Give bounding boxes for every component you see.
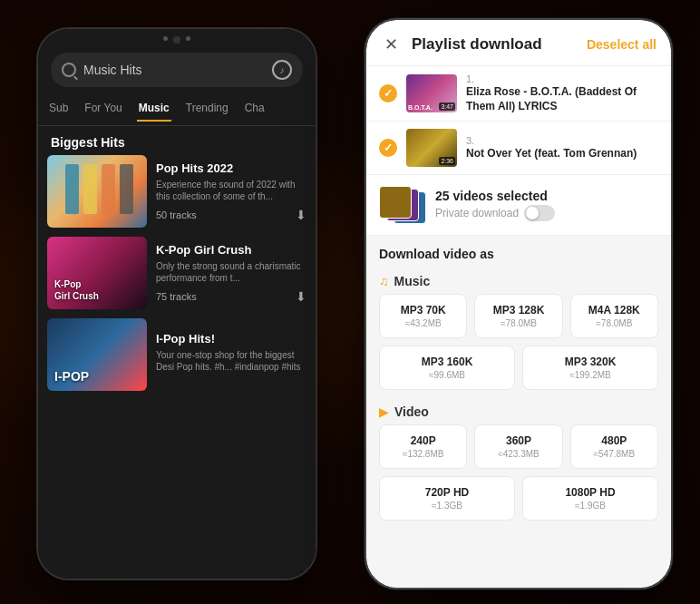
song-info-1: 1. Eliza Rose - B.O.T.A. (Baddest Of The… bbox=[466, 73, 658, 113]
pop-hits-thumbnail bbox=[47, 155, 147, 228]
card-title-ipop: I-Pop Hits! bbox=[156, 332, 306, 346]
card-desc-pop: Experience the sound of 2022 with this c… bbox=[156, 179, 306, 202]
dot-1 bbox=[163, 36, 168, 41]
search-input[interactable]: Music Hits bbox=[83, 63, 265, 77]
format-name-240p: 240P bbox=[385, 434, 461, 447]
scene: Music Hits ♪ Sub For You Music Trending … bbox=[0, 0, 700, 604]
card-desc-ipop: Your one-stop shop for the biggest Desi … bbox=[156, 349, 306, 373]
private-toggle-row: Private download bbox=[435, 205, 658, 221]
selected-thumbnails bbox=[379, 186, 426, 224]
selected-count: 25 videos selected bbox=[435, 189, 658, 203]
video-format-grid: 240P ≈132.8MB 360P ≈423.3MB 480P ≈547.8M… bbox=[366, 424, 671, 469]
format-name-480p: 480P bbox=[577, 434, 652, 447]
card-info-kpop: K-Pop Girl Crush Only the strong sound a… bbox=[156, 243, 306, 304]
format-name-m4a-128k: M4A 128K bbox=[577, 304, 652, 317]
selected-bar: 25 videos selected Private download bbox=[366, 175, 671, 236]
deselect-all-button[interactable]: Deselect all bbox=[587, 37, 656, 52]
song-name-1: Eliza Rose - B.O.T.A. (Baddest Of Them A… bbox=[466, 85, 658, 113]
private-label: Private download bbox=[435, 207, 519, 219]
format-360p[interactable]: 360P ≈423.3MB bbox=[474, 424, 562, 469]
format-mp3-160k[interactable]: MP3 160K ≈99.6MB bbox=[379, 346, 515, 390]
music-format-grid: MP3 70K ≈43.2MB MP3 128K ≈78.0MB M4A 128… bbox=[366, 294, 671, 338]
search-bar[interactable]: Music Hits ♪ bbox=[51, 53, 303, 87]
video-icon: ▶ bbox=[379, 404, 389, 419]
format-mp3-320k[interactable]: MP3 320K ≈199.2MB bbox=[522, 346, 658, 390]
thumb-stack-1 bbox=[379, 186, 412, 219]
format-mp3-70k[interactable]: MP3 70K ≈43.2MB bbox=[379, 294, 467, 338]
format-240p[interactable]: 240P ≈132.8MB bbox=[379, 424, 467, 469]
download-as-title: Download video as bbox=[366, 236, 671, 268]
format-name-mp3-70k: MP3 70K bbox=[385, 304, 461, 317]
tab-sub[interactable]: Sub bbox=[47, 96, 70, 122]
music-group-label: Music bbox=[394, 274, 431, 288]
format-name-mp3-320k: MP3 320K bbox=[529, 356, 652, 368]
format-name-720p: 720P HD bbox=[385, 486, 509, 499]
download-header: ✕ Playlist download Deselect all bbox=[366, 20, 671, 66]
download-icon-pop[interactable]: ⬇ bbox=[296, 208, 306, 222]
left-phone: Music Hits ♪ Sub For You Music Trending … bbox=[36, 27, 317, 580]
format-1080p[interactable]: 1080P HD ≈1.9GB bbox=[522, 476, 658, 521]
format-size-480p: ≈547.8MB bbox=[577, 449, 652, 459]
card-title-pop: Pop Hits 2022 bbox=[156, 161, 306, 175]
download-as-section: Download video as ♫ Music MP3 70K ≈43.2M… bbox=[366, 236, 671, 588]
download-icon-kpop[interactable]: ⬇ bbox=[296, 289, 306, 304]
section-title: Biggest Hits bbox=[38, 126, 316, 155]
song-name-2: Not Over Yet (feat. Tom Grennan) bbox=[466, 147, 658, 161]
private-toggle[interactable] bbox=[524, 205, 555, 221]
format-mp3-128k[interactable]: MP3 128K ≈78.0MB bbox=[474, 294, 562, 338]
right-phone: ✕ Playlist download Deselect all ✓ 3:47 … bbox=[365, 18, 673, 589]
song-info-2: 3. Not Over Yet (feat. Tom Grennan) bbox=[466, 135, 658, 161]
toggle-knob bbox=[526, 207, 539, 219]
song-checkbox-2[interactable]: ✓ bbox=[379, 139, 397, 157]
song-num-2: 3. bbox=[466, 135, 658, 146]
format-480p[interactable]: 480P ≈547.8MB bbox=[570, 424, 658, 469]
song-thumb-nov: 2:36 bbox=[406, 129, 457, 167]
song-checkbox-1[interactable]: ✓ bbox=[379, 84, 397, 102]
tab-cha[interactable]: Cha bbox=[243, 96, 267, 122]
song-time-1: 3:47 bbox=[439, 102, 455, 111]
song-time-2: 2:36 bbox=[439, 157, 455, 165]
card-title-kpop: K-Pop Girl Crush bbox=[156, 243, 306, 257]
card-ipop[interactable]: I-Pop Hits! Your one-stop shop for the b… bbox=[47, 318, 306, 391]
card-desc-kpop: Only the strong sound a charismatic perf… bbox=[156, 260, 306, 284]
card-pop-hits[interactable]: Pop Hits 2022 Experience the sound of 20… bbox=[47, 155, 306, 228]
kpop-thumbnail bbox=[47, 237, 147, 309]
video-format-grid-2: 720P HD ≈1.3GB 1080P HD ≈1.9GB bbox=[366, 476, 671, 521]
tab-for-you[interactable]: For You bbox=[83, 96, 123, 122]
format-size-mp3-70k: ≈43.2MB bbox=[385, 318, 461, 328]
tab-music[interactable]: Music bbox=[137, 96, 171, 122]
format-name-360p: 360P bbox=[481, 434, 556, 447]
format-size-360p: ≈423.3MB bbox=[481, 449, 556, 459]
song-item-2[interactable]: ✓ 2:36 3. Not Over Yet (feat. Tom Grenna… bbox=[366, 122, 671, 175]
music-note-icon: ♫ bbox=[379, 274, 389, 288]
format-m4a-128k[interactable]: M4A 128K ≈78.0MB bbox=[570, 294, 658, 338]
song-item-1[interactable]: ✓ 3:47 1. Eliza Rose - B.O.T.A. (Baddest… bbox=[366, 66, 671, 122]
ipop-thumbnail bbox=[47, 318, 147, 391]
video-group-label: Video bbox=[394, 404, 429, 419]
music-search-icon[interactable]: ♪ bbox=[272, 60, 292, 80]
format-size-1080p: ≈1.9GB bbox=[529, 501, 652, 511]
card-kpop[interactable]: K-Pop Girl Crush Only the strong sound a… bbox=[47, 237, 306, 309]
status-bar bbox=[38, 29, 316, 47]
format-720p[interactable]: 720P HD ≈1.3GB bbox=[379, 476, 515, 521]
close-button[interactable]: ✕ bbox=[381, 34, 401, 54]
video-format-group: ▶ Video 240P ≈132.8MB 360P ≈423.3MB bbox=[366, 399, 671, 521]
card-info-ipop: I-Pop Hits! Your one-stop shop for the b… bbox=[156, 332, 306, 378]
song-list: ✓ 3:47 1. Eliza Rose - B.O.T.A. (Baddest… bbox=[366, 66, 671, 175]
card-tracks-pop: 50 tracks bbox=[156, 209, 197, 220]
selected-info: 25 videos selected Private download bbox=[435, 189, 658, 221]
music-format-grid-2: MP3 160K ≈99.6MB MP3 320K ≈199.2MB bbox=[366, 346, 671, 390]
format-name-mp3-128k: MP3 128K bbox=[481, 304, 556, 317]
card-meta-pop: 50 tracks ⬇ bbox=[156, 208, 306, 222]
tab-bar: Sub For You Music Trending Cha bbox=[38, 93, 316, 126]
download-title: Playlist download bbox=[412, 35, 576, 54]
tab-trending[interactable]: Trending bbox=[184, 96, 230, 122]
format-name-mp3-160k: MP3 160K bbox=[385, 356, 509, 368]
checkmark-2: ✓ bbox=[384, 141, 393, 154]
format-size-mp3-320k: ≈199.2MB bbox=[529, 370, 652, 380]
music-format-header: ♫ Music bbox=[366, 268, 671, 294]
search-icon bbox=[62, 63, 76, 77]
format-size-mp3-128k: ≈78.0MB bbox=[481, 318, 556, 328]
card-meta-kpop: 75 tracks ⬇ bbox=[156, 289, 306, 304]
dot-2 bbox=[186, 36, 190, 41]
